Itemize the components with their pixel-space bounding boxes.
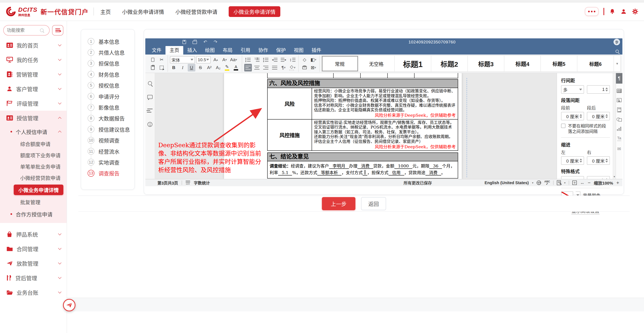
style-normal[interactable]: 常规 xyxy=(322,56,358,72)
panel-scrollbar[interactable]: ▼ xyxy=(613,73,616,179)
stepper-arrows-icon[interactable] xyxy=(580,114,582,118)
select-button[interactable] xyxy=(158,64,166,72)
subscript-button[interactable]: A₂ xyxy=(214,64,222,72)
menu-collaborate[interactable]: 协作 xyxy=(254,46,272,55)
document-canvas[interactable]: 六、风险及风控措施 风险 经营风险：小微企业市场竞争力弱，易受行业波动（如政策变… xyxy=(155,73,556,179)
more-button[interactable] xyxy=(585,7,598,16)
decrease-font-button[interactable]: A▾ xyxy=(221,56,228,64)
chart-panel-tab[interactable] xyxy=(617,127,622,131)
conclusion-paragraph[interactable]: 调查结论：经调查，建议为客户李明月办理消费贷款，金额1000元，期限36个月，利… xyxy=(267,161,458,179)
strikethrough-button[interactable]: S xyxy=(196,64,204,72)
stepper-arrows-icon[interactable] xyxy=(606,159,608,163)
find-icon[interactable] xyxy=(148,81,152,85)
sidebar-item-post-loan[interactable]: 贷后管理 xyxy=(0,271,66,285)
field-amount[interactable]: 1000 xyxy=(394,164,412,169)
sidebar-item-customers[interactable]: 客户管理 xyxy=(0,82,66,96)
word-count-label[interactable]: 字数统计 xyxy=(194,180,210,186)
nav-tab-micro-detail-active[interactable]: 小微业务申请详情 xyxy=(229,6,280,17)
menu-draw[interactable]: 绘图 xyxy=(201,46,219,55)
step-guarantee[interactable]: 3担保信息 xyxy=(88,58,134,69)
floating-assistant-button[interactable] xyxy=(63,299,76,311)
style-heading2[interactable]: 标题2 xyxy=(431,56,468,72)
step-field-survey[interactable]: 12实地调查 xyxy=(88,157,134,168)
sidebar-item-collateral[interactable]: 押品系统 xyxy=(0,227,66,241)
style-heading3[interactable]: 标题3 xyxy=(468,56,504,72)
step-credit-advice[interactable]: 9授信建议信息 xyxy=(88,124,134,135)
menu-home[interactable]: 主页 xyxy=(166,46,183,55)
notification-bell-icon[interactable] xyxy=(609,8,616,15)
zoom-out-button[interactable]: − xyxy=(588,180,590,186)
style-gallery-more-button[interactable]: ▾ xyxy=(614,56,620,72)
text-art-panel-tab[interactable]: Ta xyxy=(617,136,621,141)
style-heading6[interactable]: 标题6 xyxy=(578,56,614,72)
page-panel-tab[interactable] xyxy=(617,107,621,112)
menu-file[interactable]: 文件 xyxy=(148,46,166,55)
sidebar-item-my-home[interactable]: 我的首页 xyxy=(0,38,66,53)
underline-button[interactable]: U xyxy=(188,64,195,72)
zoom-in-button[interactable]: + xyxy=(616,180,619,186)
highlight-button[interactable]: ✎ xyxy=(223,64,231,72)
numbered-list-button[interactable] xyxy=(253,56,261,64)
menu-references[interactable]: 引用 xyxy=(236,46,254,55)
save-icon[interactable] xyxy=(182,40,186,44)
field-customer-name[interactable]: 李明月 xyxy=(329,164,349,169)
step-scoring[interactable]: 6申请评分 xyxy=(88,91,134,102)
fit-width-button[interactable]: ↔ xyxy=(580,180,584,185)
align-center-button[interactable] xyxy=(253,64,261,72)
style-heading5[interactable]: 标题5 xyxy=(541,56,578,72)
line-spacing-value-stepper[interactable]: 1 xyxy=(587,85,610,94)
step-video-survey[interactable]: 10视频调查 xyxy=(88,135,134,146)
undo-icon[interactable]: ↶ xyxy=(204,40,207,44)
user-profile-icon[interactable] xyxy=(620,8,627,15)
sidebar-item-disbursement[interactable]: 放款管理 xyxy=(0,256,66,271)
sidebar-item-partner-credit[interactable]: 合作方授信申请 xyxy=(0,208,66,220)
back-button[interactable]: 返回 xyxy=(361,197,386,210)
redo-icon[interactable]: ↷ xyxy=(214,40,217,44)
table-panel-tab[interactable] xyxy=(617,89,622,93)
copy-button[interactable] xyxy=(149,56,156,64)
font-color-button[interactable]: A xyxy=(232,64,240,72)
line-spacing-button[interactable]: ↕ xyxy=(288,56,296,64)
bold-button[interactable]: B xyxy=(170,64,178,72)
align-right-button[interactable] xyxy=(262,64,270,72)
editing-mode-icon[interactable] xyxy=(557,180,561,185)
indent-right-stepper[interactable]: 0 厘米 xyxy=(587,156,610,165)
menu-insert[interactable]: 插入 xyxy=(183,46,201,55)
superscript-button[interactable]: A² xyxy=(206,64,213,72)
font-name-select[interactable]: 宋体 xyxy=(170,56,195,63)
nav-tab-micro-detail[interactable]: 小微业务申请详情 xyxy=(122,8,164,15)
cut-button[interactable]: ✂ xyxy=(158,56,166,64)
sidebar-item-micro-loan-apply[interactable]: 小微经营贷款申请 xyxy=(0,172,66,183)
settings-gear-icon[interactable] xyxy=(632,8,638,15)
sidebar-collapse-button[interactable] xyxy=(52,25,63,36)
step-coborrower[interactable]: 2共借人信息 xyxy=(88,47,134,58)
step-bigdata-report[interactable]: 8大数据报告 xyxy=(88,113,134,124)
sidebar-item-single-batch[interactable]: 单笔单批业务申请 xyxy=(0,161,66,172)
fill-color-button[interactable]: ◇▾ xyxy=(288,64,296,72)
sidebar-item-micro-detail-active[interactable]: 小微业务申请详情 xyxy=(14,185,63,195)
comments-icon[interactable]: ··· xyxy=(147,95,152,99)
scroll-down-arrow-icon[interactable]: ▼ xyxy=(613,175,616,178)
field-term[interactable]: 36 xyxy=(429,164,442,169)
mail-panel-tab[interactable]: ✉ xyxy=(617,146,621,152)
field-payment-method[interactable] xyxy=(363,170,367,175)
step-authorization[interactable]: 5授权信息 xyxy=(88,80,134,91)
search-field[interactable] xyxy=(7,28,40,33)
multilevel-list-button[interactable] xyxy=(262,56,270,64)
same-style-checkbox[interactable] xyxy=(561,124,566,128)
style-no-spacing[interactable]: 无空格 xyxy=(358,56,395,72)
format-painter-button[interactable] xyxy=(301,64,308,72)
style-heading4[interactable]: 标题4 xyxy=(504,56,541,72)
info-icon[interactable] xyxy=(148,122,152,127)
increase-font-button[interactable]: A▴ xyxy=(212,56,220,64)
bullet-list-button[interactable] xyxy=(244,56,252,64)
field-loan-purpose[interactable]: 消费 xyxy=(426,170,441,175)
sidebar-item-personal-credit[interactable]: 个人授信申请 xyxy=(0,125,66,138)
nav-tab-micro-loan[interactable]: 小微经营贷款申请 xyxy=(176,8,217,15)
paste-button[interactable] xyxy=(149,64,156,72)
sidebar-item-approval-mgmt[interactable]: 批复管理 xyxy=(0,196,66,208)
increase-indent-button[interactable]: ▸ xyxy=(280,56,288,64)
sidebar-item-under-limit-business[interactable]: 额度项下业务申请 xyxy=(0,149,66,161)
outline-icon[interactable] xyxy=(147,109,152,112)
font-size-select[interactable]: 10.5 xyxy=(196,56,211,63)
